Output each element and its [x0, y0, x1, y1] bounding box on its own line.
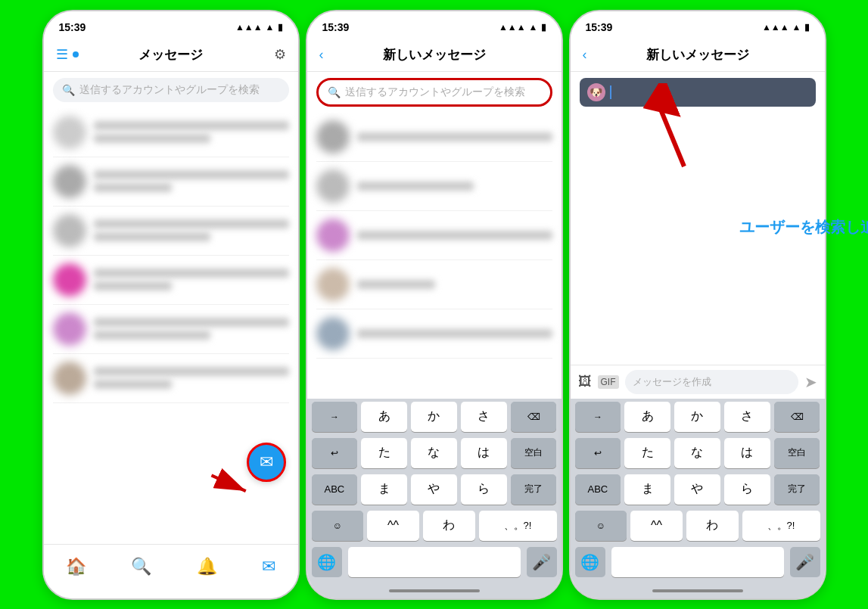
recipient-bar[interactable]: 🐶: [580, 78, 816, 107]
nav-right-1[interactable]: ⚙: [274, 46, 286, 63]
key-space[interactable]: 空白: [511, 438, 557, 468]
wifi-icon-1: ▲: [266, 22, 275, 33]
menu-icon-1[interactable]: ☰: [56, 46, 68, 63]
key-globe-3[interactable]: 🌐: [575, 547, 605, 577]
key-return[interactable]: ↩: [312, 438, 358, 468]
key-ya[interactable]: や: [411, 474, 457, 505]
blurred-list-2: [307, 113, 562, 359]
key-na-3[interactable]: な: [674, 438, 720, 468]
wifi-icon-3: ▲: [792, 22, 801, 33]
key-ya-3[interactable]: や: [674, 474, 720, 505]
key-ma[interactable]: ま: [361, 474, 407, 505]
key-delete[interactable]: ⌫: [511, 402, 557, 432]
key-mic-3[interactable]: 🎤: [790, 547, 820, 577]
key-punct[interactable]: 、。?!: [479, 511, 557, 541]
nav-bar-3: ‹ 新しいメッセージ: [571, 39, 825, 72]
avatar: [316, 120, 350, 154]
status-bar-2: 15:39 ▲▲▲ ▲ ▮: [307, 11, 562, 39]
status-icons-1: ▲▲▲ ▲ ▮: [235, 22, 283, 33]
key-punct-3[interactable]: 、。?!: [742, 511, 820, 541]
list-item: [53, 256, 289, 305]
text-group: [94, 318, 289, 340]
key-return-3[interactable]: ↩: [575, 438, 621, 468]
key-abc[interactable]: ABC: [312, 474, 358, 505]
time-1: 15:39: [59, 21, 86, 33]
key-ta-3[interactable]: た: [624, 438, 670, 468]
key-spacebar[interactable]: [348, 547, 521, 577]
key-ma-3[interactable]: ま: [624, 474, 670, 505]
key-delete-3[interactable]: ⌫: [774, 402, 820, 432]
key-caret[interactable]: ^^: [367, 511, 419, 541]
signal-icon-2: ▲▲▲: [499, 22, 526, 33]
nav-left-2: ‹: [319, 47, 324, 63]
status-icons-3: ▲▲▲ ▲ ▮: [762, 22, 810, 33]
time-3: 15:39: [586, 21, 613, 33]
cursor: [610, 85, 611, 99]
key-abc-3[interactable]: ABC: [575, 474, 621, 505]
gear-icon-1[interactable]: ⚙: [274, 47, 286, 62]
key-a-3[interactable]: あ: [624, 402, 670, 432]
gif-icon[interactable]: GIF: [598, 375, 619, 389]
message-input-field[interactable]: メッセージを作成: [625, 370, 798, 394]
list-item: [316, 211, 552, 260]
key-a[interactable]: あ: [361, 402, 407, 432]
key-space-3[interactable]: 空白: [774, 438, 820, 468]
compose-fab[interactable]: ✉: [247, 443, 286, 482]
key-globe[interactable]: 🌐: [312, 547, 342, 577]
message-input-bar: 🖼 GIF メッセージを作成 ➤: [571, 365, 825, 399]
key-caret-3[interactable]: ^^: [630, 511, 683, 541]
key-ka-3[interactable]: か: [674, 402, 720, 432]
key-arrow[interactable]: →: [312, 402, 358, 432]
text-group: [94, 170, 289, 192]
text-line: [357, 132, 552, 141]
text-line: [357, 280, 435, 289]
key-ta[interactable]: た: [361, 438, 407, 468]
text-line: [94, 281, 172, 291]
phone-2: 15:39 ▲▲▲ ▲ ▮ ‹ 新しいメッセージ 🔍 送信するアカウントやグルー…: [306, 10, 563, 600]
nav-left-1: ☰: [56, 46, 79, 63]
search-placeholder-1: 送信するアカウントやグループを検索: [79, 83, 260, 97]
send-icon[interactable]: ➤: [804, 373, 817, 391]
key-ha-3[interactable]: は: [724, 438, 770, 468]
search-bar-1[interactable]: 🔍 送信するアカウントやグループを検索: [53, 78, 289, 102]
keyboard-3[interactable]: → あ か さ ⌫ ↩ た な は 空白 ABC: [571, 399, 825, 598]
battery-icon-1: ▮: [278, 22, 283, 33]
key-done-3[interactable]: 完了: [774, 474, 820, 505]
tab-home[interactable]: 🏠: [66, 557, 86, 576]
nav-title-2: 新しいメッセージ: [383, 46, 486, 64]
list-item: [316, 113, 552, 162]
phones-wrapper: 15:39 ▲▲▲ ▲ ▮ ☰ メッセージ ⚙ 🔍: [42, 10, 826, 600]
key-mic[interactable]: 🎤: [527, 547, 557, 577]
key-arrow-3[interactable]: →: [575, 402, 621, 432]
key-ka[interactable]: か: [411, 402, 457, 432]
key-spacebar-3[interactable]: [611, 547, 784, 577]
keyboard-row-4: ☺ ^^ わ 、。?!: [307, 508, 562, 544]
key-done[interactable]: 完了: [511, 474, 557, 505]
key-sa[interactable]: さ: [461, 402, 507, 432]
key-emoji[interactable]: ☺: [312, 511, 364, 541]
tab-search[interactable]: 🔍: [131, 557, 151, 576]
key-wa[interactable]: わ: [423, 511, 475, 541]
tab-messages[interactable]: ✉: [262, 557, 275, 576]
back-icon-3[interactable]: ‹: [583, 47, 587, 63]
key-na[interactable]: な: [411, 438, 457, 468]
time-2: 15:39: [322, 21, 350, 33]
image-icon[interactable]: 🖼: [578, 374, 592, 390]
text-line: [357, 329, 552, 338]
avatar: [316, 169, 350, 203]
keyboard-row-2: ↩ た な は 空白: [307, 435, 562, 471]
key-sa-3[interactable]: さ: [724, 402, 770, 432]
back-icon-2[interactable]: ‹: [319, 47, 324, 63]
keyboard-2[interactable]: → あ か さ ⌫ ↩ た な は 空白 ABC ま や ら: [307, 399, 562, 598]
avatar: [53, 214, 86, 247]
search-bar-2-highlighted[interactable]: 🔍 送信するアカウントやグループを検索: [316, 78, 552, 107]
key-wa-3[interactable]: わ: [686, 511, 739, 541]
wifi-icon-2: ▲: [529, 22, 538, 33]
key-emoji-3[interactable]: ☺: [575, 511, 627, 541]
key-ha[interactable]: は: [461, 438, 507, 468]
battery-icon-3: ▮: [804, 22, 810, 33]
key-ra-3[interactable]: ら: [724, 474, 770, 505]
text-line: [94, 318, 289, 327]
key-ra[interactable]: ら: [461, 474, 507, 505]
tab-notifications[interactable]: 🔔: [197, 557, 217, 576]
